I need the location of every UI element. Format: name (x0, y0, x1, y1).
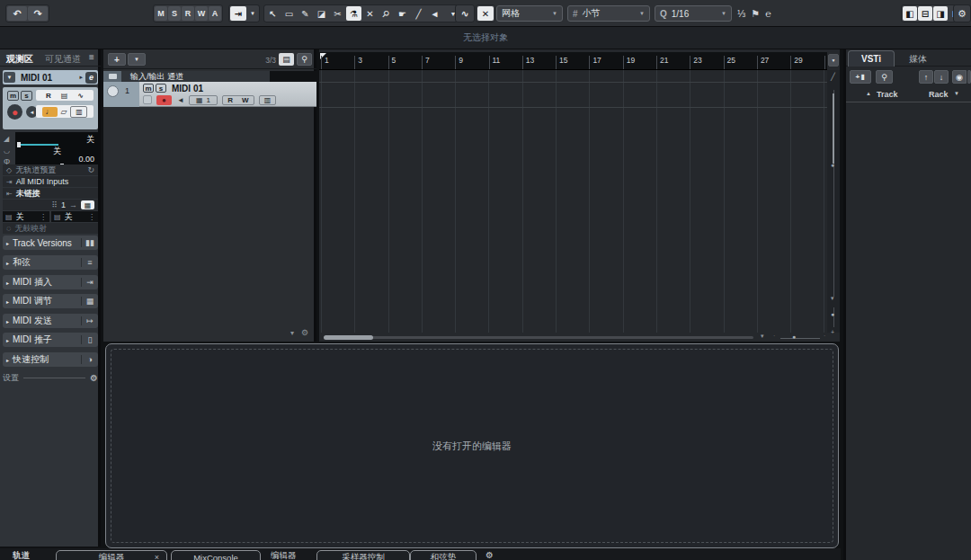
collapse-icon[interactable]: ▼ (4, 72, 15, 83)
select-tool-icon[interactable]: ↖ (265, 6, 281, 21)
column-rack[interactable]: Rack (929, 90, 949, 99)
play-tool-icon[interactable]: ◄ (427, 6, 442, 21)
filter-icon[interactable]: ◉ (952, 70, 967, 84)
record-enable-button[interactable]: ● (7, 104, 22, 120)
draw-tool-icon[interactable]: ✎ (298, 6, 313, 21)
activate-all-button[interactable]: A (209, 6, 221, 21)
track-solo-button[interactable]: s (156, 84, 166, 93)
horizontal-scrollbar-track[interactable] (324, 336, 753, 339)
track-mute-button[interactable]: m (143, 84, 154, 93)
automation-curve-icon[interactable]: ∿ (77, 92, 84, 100)
snap-on-off-button[interactable]: ✕ (477, 6, 494, 21)
drum-map-row[interactable]: ◌ 无鼓映射 (3, 223, 98, 234)
stepper-icon[interactable]: ⋮ (40, 213, 47, 221)
stepper-icon[interactable]: ⋮ (88, 213, 95, 221)
autoscroll-options-button[interactable]: ▼ (247, 6, 258, 21)
section-quick-controls[interactable]: ▸ 快速控制 ◑ (3, 352, 98, 367)
horizontal-zoom-track[interactable] (780, 338, 820, 339)
lower-zone-gear-icon[interactable]: ⚙ (486, 550, 494, 560)
mute-button[interactable]: m (7, 91, 19, 101)
track-preset-row[interactable]: ◇ 无轨道预置 ↻ (3, 164, 98, 175)
timeline-ruler[interactable]: 1 3 5 7 9 11 13 15 17 19 21 23 25 27 29 … (319, 52, 827, 70)
track-inspector-header[interactable]: ▼ MIDI 01 ▸ e (3, 70, 98, 84)
musical-timebase-icon[interactable]: ♩ (42, 107, 58, 117)
expand-icon[interactable]: ▸ (79, 74, 83, 81)
track-list-options-button[interactable]: ▤ (279, 53, 294, 66)
line-tool-icon[interactable]: ╱ (411, 6, 426, 21)
tab-mixconsole[interactable]: MixConsole (171, 550, 261, 560)
refresh-icon[interactable]: ↻ (87, 165, 94, 174)
input-routing-row[interactable]: ⇥ All MIDI Inputs (3, 176, 98, 187)
left-zone-toggle-icon[interactable]: ◧ (903, 6, 917, 21)
ruler-options-button[interactable]: ▼ (828, 54, 839, 67)
read-all-button[interactable]: R (182, 6, 194, 21)
zoom-tool-icon[interactable]: ⚲ (376, 3, 396, 23)
lower-zone-empty-area[interactable]: 没有打开的编辑器 (111, 349, 833, 543)
bank-select[interactable]: ▤ 关 ⋮ (3, 211, 49, 222)
snap-type-select[interactable]: 网格 ▼ (496, 5, 563, 22)
section-midi-fader[interactable]: ▸ MIDI 推子 ▯ (3, 333, 98, 347)
vertical-zoom-handle[interactable]: ● (831, 311, 834, 317)
range-tool-icon[interactable]: ▭ (281, 6, 297, 21)
snap-zero-cross-icon[interactable]: ∿ (457, 6, 473, 21)
read-automation-button[interactable]: R (46, 92, 51, 100)
midi-track-row[interactable]: 1 m s MIDI 01 ● ◄ ▦ 1 R W (103, 82, 316, 107)
add-track-button[interactable]: + (108, 53, 126, 66)
zoom-menu-icon[interactable]: ▾ (831, 295, 834, 302)
lock-track-icon[interactable]: ▱ (61, 107, 67, 116)
track-monitor-icon[interactable]: ◄ (177, 96, 184, 104)
track-list-gear-icon[interactable]: ⚙ (301, 328, 308, 337)
redo-button[interactable]: ↷ (28, 6, 48, 21)
track-read-button[interactable]: R (227, 96, 233, 104)
vertical-scrollbar-thumb[interactable] (833, 93, 834, 164)
track-scale-icon[interactable]: ▾ (290, 329, 294, 337)
section-midi-modifiers[interactable]: ▸ MIDI 调节 ▦ (3, 294, 98, 308)
tab-editor[interactable]: 编辑器 (271, 550, 297, 560)
volume-slider-handle[interactable] (17, 142, 21, 147)
move-down-button[interactable]: ↓ (934, 70, 949, 84)
tab-media[interactable]: 媒体 (909, 53, 927, 66)
erase-tool-icon[interactable]: ◪ (314, 6, 329, 21)
undo-button[interactable]: ↶ (7, 6, 27, 21)
move-up-button[interactable]: ↑ (919, 70, 933, 84)
program-select[interactable]: ▤ 关 ⋮ (51, 211, 98, 222)
glue-tool-icon[interactable]: ⚗ (346, 6, 361, 21)
event-grid[interactable] (319, 70, 827, 333)
zoom-preset-icon[interactable]: ▾ (761, 333, 764, 340)
tab-track[interactable]: 轨道 (13, 550, 30, 560)
quantize-select[interactable]: Q 1/16 ▼ (655, 5, 732, 22)
autoscroll-button[interactable]: ⇥ (230, 6, 246, 21)
split-tool-icon[interactable]: ✂ (330, 6, 345, 21)
gear-icon[interactable]: ⚙ (90, 373, 98, 383)
tab-editor-inspector[interactable]: 编辑器 × (56, 550, 167, 560)
rack-gear-icon[interactable] (967, 70, 971, 84)
write-all-button[interactable]: W (195, 6, 208, 21)
write-automation-icon[interactable]: ▤ (61, 92, 68, 100)
column-track[interactable]: Track (877, 90, 898, 99)
section-midi-inserts[interactable]: ▸ MIDI 插入 ⇥ (3, 275, 98, 289)
triplet-icon[interactable]: ⅓ (737, 8, 745, 19)
tab-sampler-control[interactable]: 采样器控制 (316, 550, 410, 560)
section-track-versions[interactable]: ▸ Track Versions ▮▮ (3, 236, 98, 250)
search-tracks-button[interactable]: ⚲ (297, 53, 312, 66)
track-lanes-box[interactable]: ▥ (259, 95, 276, 105)
scrollbar-dot[interactable]: ● (831, 162, 834, 168)
tab-vsti[interactable]: VSTi (848, 50, 895, 67)
find-instrument-button[interactable]: ⚲ (876, 70, 893, 84)
solo-all-button[interactable]: S (168, 6, 181, 21)
close-icon[interactable]: × (155, 553, 159, 560)
track-channel-box[interactable]: ▦ 1 (189, 95, 218, 105)
lanes-icon[interactable]: ▥ (70, 106, 87, 118)
track-write-button[interactable]: W (242, 96, 249, 104)
pencil-icon[interactable]: ╱ (831, 73, 835, 81)
iterative-quantize-icon[interactable]: ℮ (765, 8, 771, 19)
add-instrument-button[interactable]: +▮ (850, 70, 871, 84)
section-midi-sends[interactable]: ▸ MIDI 发送 ↦ (3, 314, 98, 328)
gear-icon[interactable]: ⚙ (955, 6, 969, 21)
track-record-button[interactable]: ● (156, 95, 172, 105)
section-chords[interactable]: ▸ 和弦 ≡ (3, 255, 98, 270)
mute-all-button[interactable]: M (155, 6, 167, 21)
menu-icon[interactable]: ≡ (89, 52, 94, 62)
right-zone-toggle-icon[interactable]: ◨ (933, 6, 948, 21)
output-routing-row[interactable]: ⇤ 未链接 (3, 188, 98, 199)
